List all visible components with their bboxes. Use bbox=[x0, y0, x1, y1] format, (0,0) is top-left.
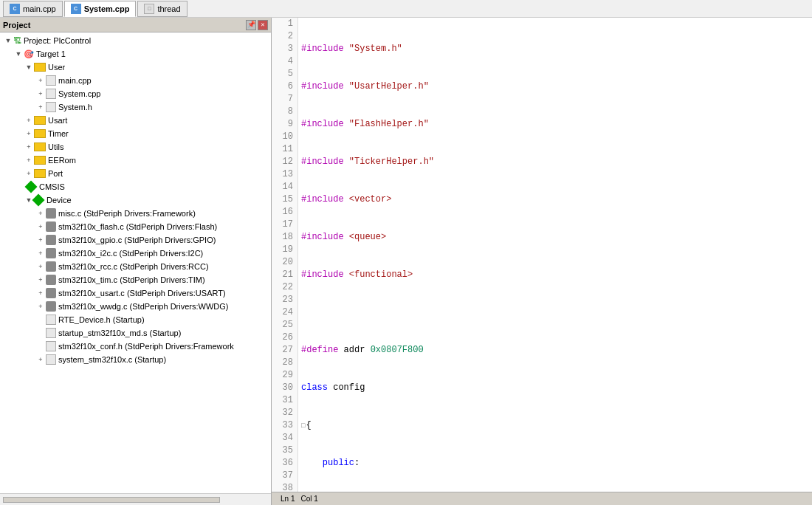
tree-item-wwdg-c[interactable]: + stm32f10x_wwdg.c (StdPeriph Drivers:WW… bbox=[0, 300, 271, 313]
i2c-c-label: stm32f10x_i2c.c (StdPeriph Drivers:I2C) bbox=[58, 249, 203, 258]
code-panel: 1 2 3 4 5 6 7 8 9 10 11 12 13 14 15 16 1… bbox=[272, 18, 812, 505]
code-line-8 bbox=[301, 306, 809, 319]
line-num-17: 17 bbox=[272, 219, 297, 231]
target1-label: Target 1 bbox=[36, 49, 66, 58]
tree-item-tim-c[interactable]: + stm32f10x_tim.c (StdPeriph Drivers:TIM… bbox=[0, 273, 271, 286]
tree-item-timer[interactable]: + Timer bbox=[0, 127, 271, 140]
line-num-15: 15 bbox=[272, 193, 297, 206]
wwdg-c-label: stm32f10x_wwdg.c (StdPeriph Drivers:WWDG… bbox=[58, 302, 228, 311]
rte-h-label: RTE_Device.h (Startup) bbox=[58, 315, 145, 324]
expand-icon-port: + bbox=[24, 168, 34, 179]
tree-item-rcc-c[interactable]: + stm32f10x_rcc.c (StdPeriph Drivers:RCC… bbox=[0, 260, 271, 273]
usart-c-label: stm32f10x_usart.c (StdPeriph Drivers:USA… bbox=[58, 289, 226, 298]
line-num-32: 32 bbox=[272, 407, 297, 419]
tree-item-gpio-c[interactable]: + stm32f10x_gpio.c (StdPeriph Drivers:GP… bbox=[0, 233, 271, 247]
line-num-31: 31 bbox=[272, 394, 297, 407]
project-root-label: Project: PlcControl bbox=[24, 36, 91, 45]
line-num-8: 8 bbox=[272, 106, 297, 118]
line-num-11: 11 bbox=[272, 143, 297, 156]
usart-label: Usart bbox=[48, 116, 67, 125]
tab-system-cpp-label: System.cpp bbox=[84, 4, 130, 13]
line-num-10: 10 bbox=[272, 131, 297, 143]
expand-icon-misc: + bbox=[35, 208, 46, 219]
tab-thread[interactable]: □ thread bbox=[137, 1, 187, 17]
tree-item-misc-c[interactable]: + misc.c (StdPeriph Drivers:Framework) bbox=[0, 207, 271, 220]
expand-icon-eerom: + bbox=[24, 155, 34, 165]
expand-icon: ▼ bbox=[3, 35, 13, 46]
project-scrollbar[interactable] bbox=[0, 493, 271, 505]
expand-icon-utils: + bbox=[24, 142, 34, 152]
tree-item-system-h[interactable]: + System.h bbox=[0, 100, 271, 114]
tab-main-cpp[interactable]: C main.cpp bbox=[3, 1, 63, 17]
tree-item-eerom[interactable]: + EERom bbox=[0, 154, 271, 167]
tree-item-system-cpp[interactable]: + System.cpp bbox=[0, 87, 271, 100]
code-content[interactable]: #include "System.h" #include "UsartHelpe… bbox=[298, 18, 812, 492]
system-c-label: system_stm32f10x.c (Startup) bbox=[58, 355, 166, 364]
project-panel: Project 📌 ✕ ▼ 🏗 Project: PlcControl ▼ 🎯 … bbox=[0, 18, 272, 505]
startup-s-label: startup_stm32f10x_md.s (Startup) bbox=[58, 329, 181, 337]
tab-thread-label: thread bbox=[157, 4, 180, 13]
misc-c-label: misc.c (StdPeriph Drivers:Framework) bbox=[58, 209, 196, 218]
line-num-23: 23 bbox=[272, 294, 297, 306]
expand-icon-sysh: + bbox=[35, 102, 46, 112]
tree-item-system-c[interactable]: + system_stm32f10x.c (Startup) bbox=[0, 353, 271, 366]
tab-main-cpp-label: main.cpp bbox=[23, 4, 56, 13]
code-line-9: #define addr 0x0807F800 bbox=[301, 344, 809, 357]
line-num-25: 25 bbox=[272, 319, 297, 331]
line-num-14: 14 bbox=[272, 181, 297, 193]
pin-button[interactable]: 📌 bbox=[246, 20, 256, 30]
expand-icon-wwdg: + bbox=[35, 301, 46, 312]
tree-item-startup-s[interactable]: startup_stm32f10x_md.s (Startup) bbox=[0, 326, 271, 340]
line-num-29: 29 bbox=[272, 369, 297, 382]
tree-item-cmsis[interactable]: CMSIS bbox=[0, 180, 271, 193]
code-line-2: #include "UsartHelper.h" bbox=[301, 80, 809, 93]
tree-item-project-root[interactable]: ▼ 🏗 Project: PlcControl bbox=[0, 34, 271, 47]
tree-item-target1[interactable]: ▼ 🎯 Target 1 bbox=[0, 47, 271, 61]
tree-item-utils[interactable]: + Utils bbox=[0, 140, 271, 154]
expand-icon-user: ▼ bbox=[24, 62, 34, 72]
tab-system-cpp[interactable]: C System.cpp bbox=[64, 1, 137, 17]
line-num-16: 16 bbox=[272, 206, 297, 219]
code-line-11: □{ bbox=[301, 419, 809, 432]
tim-c-label: stm32f10x_tim.c (StdPeriph Drivers:TIM) bbox=[58, 275, 205, 284]
line-num-22: 22 bbox=[272, 281, 297, 294]
line-num-24: 24 bbox=[272, 306, 297, 319]
tree-item-i2c-c[interactable]: + stm32f10x_i2c.c (StdPeriph Drivers:I2C… bbox=[0, 247, 271, 260]
line-num-7: 7 bbox=[272, 93, 297, 106]
main-layout: Project 📌 ✕ ▼ 🏗 Project: PlcControl ▼ 🎯 … bbox=[0, 18, 812, 505]
expand-icon-systemc: + bbox=[35, 354, 46, 365]
tree-item-rte-h[interactable]: RTE_Device.h (Startup) bbox=[0, 313, 271, 326]
project-tree[interactable]: ▼ 🏗 Project: PlcControl ▼ 🎯 Target 1 ▼ U… bbox=[0, 32, 271, 493]
line-num-28: 28 bbox=[272, 357, 297, 369]
line-num-9: 9 bbox=[272, 118, 297, 131]
utils-label: Utils bbox=[48, 142, 63, 151]
line-num-34: 34 bbox=[272, 432, 297, 444]
line-num-3: 3 bbox=[272, 43, 297, 55]
tree-item-device[interactable]: ▼ Device bbox=[0, 193, 271, 207]
expand-icon-gpio: + bbox=[35, 235, 46, 245]
code-line-4: #include "TickerHelper.h" bbox=[301, 156, 809, 168]
tree-item-usart[interactable]: + Usart bbox=[0, 114, 271, 127]
code-line-1: #include "System.h" bbox=[301, 43, 809, 55]
tree-item-main-cpp[interactable]: + main.cpp bbox=[0, 74, 271, 87]
tree-item-flash-c[interactable]: + stm32f10x_flash.c (StdPeriph Drivers:F… bbox=[0, 220, 271, 233]
tree-item-user[interactable]: ▼ User bbox=[0, 61, 271, 74]
expand-icon-conf bbox=[35, 341, 46, 351]
tree-item-usart-c[interactable]: + stm32f10x_usart.c (StdPeriph Drivers:U… bbox=[0, 286, 271, 300]
expand-icon-i2c: + bbox=[35, 248, 46, 258]
device-label: Device bbox=[47, 196, 72, 205]
close-button[interactable]: ✕ bbox=[258, 20, 268, 30]
cmsis-label: CMSIS bbox=[39, 182, 65, 191]
tree-item-port[interactable]: + Port bbox=[0, 167, 271, 180]
main-cpp-label: main.cpp bbox=[58, 76, 92, 85]
code-line-5: #include <vector> bbox=[301, 193, 809, 206]
expand-icon-main: + bbox=[35, 75, 46, 86]
project-panel-title: Project bbox=[3, 21, 30, 30]
tree-item-conf-h[interactable]: stm32f10x_conf.h (StdPeriph Drivers:Fram… bbox=[0, 340, 271, 353]
gpio-c-label: stm32f10x_gpio.c (StdPeriph Drivers:GPIO… bbox=[58, 236, 216, 244]
user-folder-label: User bbox=[48, 63, 65, 72]
project-header-icons: 📌 ✕ bbox=[246, 20, 268, 30]
code-editor[interactable]: 1 2 3 4 5 6 7 8 9 10 11 12 13 14 15 16 1… bbox=[272, 18, 812, 492]
flash-c-label: stm32f10x_flash.c (StdPeriph Drivers:Fla… bbox=[58, 222, 217, 231]
code-line-3: #include "FlashHelper.h" bbox=[301, 118, 809, 131]
